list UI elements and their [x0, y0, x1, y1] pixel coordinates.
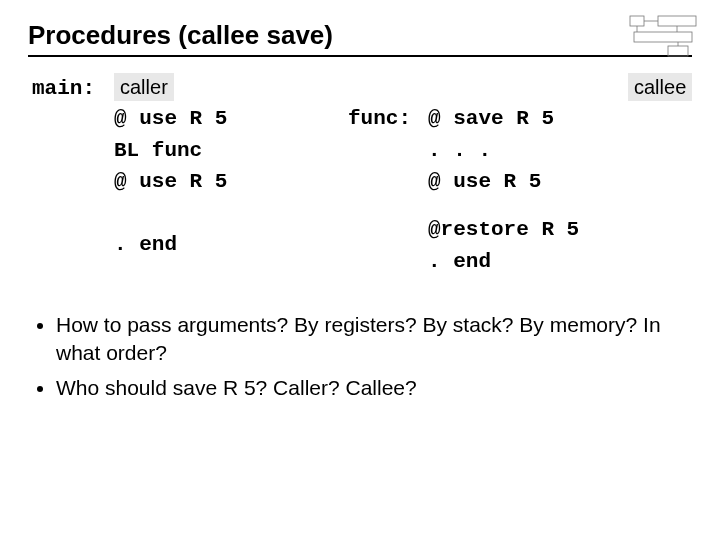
code-area: main: caller callee @ use R 5 BL func @ …: [28, 73, 692, 303]
caller-line-2: BL func: [114, 135, 227, 167]
svg-rect-1: [658, 16, 696, 26]
svg-rect-3: [634, 32, 692, 42]
callee-line-3: @ use R 5: [428, 166, 579, 198]
caller-end: . end: [114, 229, 227, 261]
caller-box: caller: [114, 73, 174, 101]
caller-code-block: @ use R 5 BL func @ use R 5 . end: [114, 103, 227, 261]
caller-line-3: @ use R 5: [114, 166, 227, 198]
bullet-2: Who should save R 5? Caller? Callee?: [56, 374, 692, 402]
callee-line-1: @ save R 5: [428, 103, 579, 135]
title-divider: [28, 55, 692, 57]
svg-rect-6: [668, 46, 688, 56]
func-label: func:: [348, 103, 411, 135]
caller-line-1: @ use R 5: [114, 103, 227, 135]
slide-title: Procedures (callee save): [28, 20, 692, 51]
main-label: main:: [32, 73, 95, 105]
svg-rect-0: [630, 16, 644, 26]
callee-box: callee: [628, 73, 692, 101]
callee-end: . end: [428, 246, 579, 278]
callee-line-2: . . .: [428, 135, 579, 167]
bullet-list: How to pass arguments? By registers? By …: [28, 311, 692, 402]
bullet-1: How to pass arguments? By registers? By …: [56, 311, 692, 368]
cpu-diagram-icon: [628, 14, 698, 58]
callee-code-block: @ save R 5 . . . @ use R 5 @restore R 5 …: [428, 103, 579, 277]
callee-line-4: @restore R 5: [428, 214, 579, 246]
